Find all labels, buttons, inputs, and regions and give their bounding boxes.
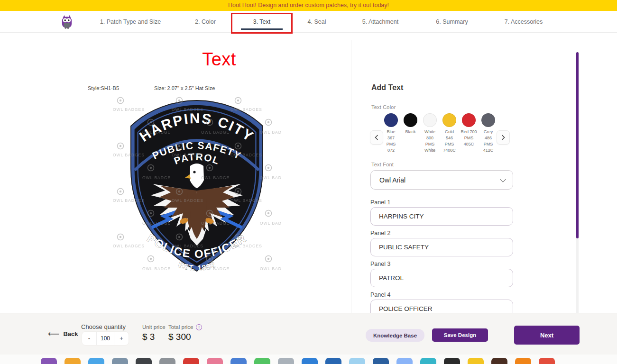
color-swatch-white[interactable]: White 800 PMS White (420, 113, 440, 154)
chevron-down-icon (500, 176, 506, 182)
color-dot[interactable] (384, 113, 398, 127)
total-price-value: $ 300 (168, 332, 191, 342)
panel-divider (351, 40, 351, 313)
text-font-label: Text Font (371, 162, 394, 167)
color-swatch-gold[interactable]: Gold 546 PMS 7408C (440, 113, 459, 154)
owl-logo-icon[interactable] (61, 15, 73, 29)
dock-app-icon[interactable] (491, 358, 507, 364)
style-label: Style:SH1-B5 (88, 85, 119, 91)
text-font-select[interactable]: Owl Arial (370, 170, 513, 190)
back-button[interactable]: ⟵ Back (48, 329, 78, 339)
dock-app-icon[interactable] (183, 358, 199, 364)
dock-app-icon[interactable] (112, 358, 128, 364)
color-dot[interactable] (423, 113, 437, 127)
price-info-icon[interactable]: ! (196, 324, 202, 330)
quantity-increase-button[interactable]: + (114, 332, 129, 345)
color-swatch-blue[interactable]: Blue 367 PMS 072 (381, 113, 401, 154)
nav-step-patch-type[interactable]: 1. Patch Type and Size (100, 18, 161, 25)
total-price-label: Total price (168, 324, 193, 330)
back-arrow-icon: ⟵ (48, 329, 59, 339)
text-color-swatches: Blue 367 PMS 072 Black White 800 PMS Whi… (381, 113, 498, 154)
quantity-stepper: - + (82, 331, 129, 346)
dock-app-icon[interactable] (230, 358, 247, 364)
promo-banner: Hoot Hoot! Design and order custom patch… (0, 0, 617, 11)
nav-step-seal[interactable]: 4. Seal (308, 18, 326, 25)
nav-step-accessories[interactable]: 7. Accessories (505, 18, 543, 25)
patch-preview: HARPINS CITY PUBLIC SAFETY PATROL POLICE… (124, 97, 269, 275)
scrollbar-thumb[interactable] (576, 52, 579, 238)
knowledge-base-button[interactable]: Knowledge Base (366, 329, 424, 342)
color-dot[interactable] (481, 113, 495, 127)
color-swatch-label: Blue 367 PMS 072 (387, 129, 396, 154)
nav-step-color[interactable]: 2. Color (195, 18, 216, 25)
dock-app-icon[interactable] (468, 358, 484, 364)
active-step-highlight (231, 13, 293, 34)
dock-app-icon[interactable] (420, 358, 436, 364)
dock-app-icon[interactable] (41, 358, 57, 364)
dock-app-icon[interactable] (64, 358, 81, 364)
patch-designer-app: Hoot Hoot! Design and order custom patch… (0, 0, 617, 364)
panel1-label: Panel 1 (370, 199, 390, 206)
dock-app-icon[interactable] (302, 358, 318, 364)
panel4-label: Panel 4 (370, 291, 390, 298)
color-swatch-black[interactable]: Black (401, 113, 420, 154)
dock-app-icon[interactable] (278, 358, 294, 364)
save-design-button[interactable]: Save Design (432, 328, 488, 342)
back-label: Back (63, 330, 78, 337)
panel2-input[interactable] (370, 238, 513, 256)
text-color-label: Text Color (371, 104, 396, 110)
color-next-button[interactable] (497, 130, 510, 145)
panel3-label: Panel 3 (370, 261, 390, 267)
color-swatch-label: Red 700 PMS 485C (460, 129, 477, 147)
dock-app-icon[interactable] (254, 358, 270, 364)
dock-app-icon[interactable] (539, 358, 555, 364)
next-button[interactable]: Next (514, 326, 580, 345)
color-dot[interactable] (442, 113, 456, 127)
dock-app-icon[interactable] (159, 358, 175, 364)
dock-app-icon[interactable] (349, 358, 365, 364)
add-text-heading: Add Text (371, 83, 403, 92)
dock (41, 358, 555, 364)
unit-price-value: $ 3 (142, 332, 155, 342)
active-step-underline (241, 28, 283, 30)
dock-app-icon[interactable] (325, 358, 341, 364)
panel1-input[interactable] (370, 207, 513, 226)
nav-step-summary[interactable]: 6. Summary (436, 18, 468, 25)
color-swatch-red[interactable]: Red 700 PMS 485C (459, 113, 479, 154)
text-font-value: Owl Arial (379, 176, 405, 184)
quantity-input[interactable] (96, 332, 114, 345)
quantity-decrease-button[interactable]: - (82, 332, 96, 345)
dock-app-icon[interactable] (207, 358, 223, 364)
panel3-input[interactable] (370, 269, 513, 287)
panel2-label: Panel 2 (370, 230, 390, 237)
color-swatch-label: White 800 PMS White (424, 129, 435, 154)
dock-app-icon[interactable] (444, 358, 460, 364)
dock-app-icon[interactable] (396, 358, 413, 364)
step-nav: 1. Patch Type and Size 2. Color 3. Text … (0, 11, 617, 33)
unit-price-label: Unit price (142, 324, 166, 330)
color-swatch-label: Black (405, 129, 415, 135)
page-title: Text (202, 49, 236, 70)
color-swatch-label: Grey 486 PMS 412C (483, 129, 494, 154)
color-dot[interactable] (462, 113, 476, 127)
color-dot[interactable] (404, 113, 417, 127)
chevron-right-icon (501, 135, 505, 140)
color-swatch-label: Gold 546 PMS 7408C (443, 129, 456, 154)
size-label: Size: 2.07" x 2.5" Hat Size (154, 85, 215, 91)
dock-app-icon[interactable] (373, 358, 389, 364)
nav-step-attachment[interactable]: 5. Attachment (362, 18, 398, 25)
dock-app-icon[interactable] (136, 358, 152, 364)
dock-app-icon[interactable] (88, 358, 104, 364)
dock-app-icon[interactable] (515, 358, 531, 364)
dock-strip (0, 355, 617, 364)
chevron-left-icon (375, 135, 378, 140)
choose-quantity-label: Choose quantity (81, 323, 126, 330)
color-swatch-grey[interactable]: Grey 486 PMS 412C (479, 113, 498, 154)
